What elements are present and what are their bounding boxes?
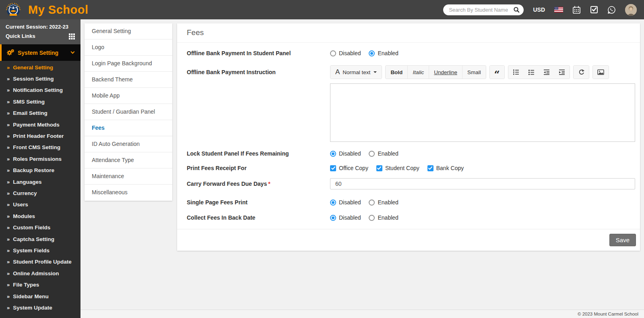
double-chevron-icon: » xyxy=(7,236,10,242)
unordered-list-icon[interactable] xyxy=(524,66,539,79)
sidebar-item-online-admission[interactable]: »Online Admission xyxy=(0,268,80,279)
settings-tab-maintenance[interactable]: Maintenance xyxy=(85,168,172,185)
double-chevron-icon: » xyxy=(7,110,10,116)
sidebar-menu: »General Setting »Session Setting »Notif… xyxy=(0,61,80,314)
caret-down-icon xyxy=(374,71,377,73)
radio-single-page-disabled[interactable]: Disabled xyxy=(330,199,361,206)
field-label-offline-bank-payment: Offline Bank Payment In Student Panel xyxy=(187,50,330,56)
radio-single-page-enabled[interactable]: Enabled xyxy=(369,199,398,206)
save-button[interactable]: Save xyxy=(609,234,636,246)
settings-tab-general-setting[interactable]: General Setting xyxy=(85,23,172,39)
radio-collect-back-date-enabled[interactable]: Enabled xyxy=(369,214,398,221)
sidebar-item-print-header-footer[interactable]: »Print Header Footer xyxy=(0,130,80,141)
sidebar-item-file-types[interactable]: »File Types xyxy=(0,279,80,290)
sidebar-item-currency[interactable]: »Currency xyxy=(0,187,80,199)
sidebar-item-sidebar-menu[interactable]: »Sidebar Menu xyxy=(0,291,80,302)
radio-offline-bank-payment-enabled[interactable]: Enabled xyxy=(369,50,398,56)
checkbox-checked-icon[interactable] xyxy=(330,165,336,171)
sidebar-item-backup-restore[interactable]: »Backup Restore xyxy=(0,165,80,176)
settings-nav: General Setting Logo Login Page Backgrou… xyxy=(85,23,172,201)
double-chevron-icon: » xyxy=(7,190,10,196)
sidebar-item-student-profile-update[interactable]: »Student Profile Update xyxy=(0,256,80,268)
editor-italic-button[interactable]: Italic xyxy=(407,66,429,79)
checkbox-bank-copy[interactable]: Bank Copy xyxy=(427,165,464,171)
radio-group-offline-bank-payment: Disabled Enabled xyxy=(330,50,635,56)
app-title: My School xyxy=(28,3,89,17)
sidebar-item-system-fields[interactable]: »System Fields xyxy=(0,245,80,256)
quick-links-label: Quick Links xyxy=(6,32,35,40)
editor-underline-button[interactable]: Underline xyxy=(429,66,462,79)
sidebar-item-roles-permissions[interactable]: »Roles Permissions xyxy=(0,153,80,164)
radio-collect-back-date-disabled[interactable]: Disabled xyxy=(330,214,361,221)
settings-tab-login-page-background[interactable]: Login Page Background xyxy=(85,56,172,72)
sidebar-item-email-setting[interactable]: »Email Setting xyxy=(0,108,80,119)
radio-icon[interactable] xyxy=(369,200,375,206)
calendar-icon[interactable] xyxy=(572,6,581,14)
task-check-icon[interactable] xyxy=(590,6,598,14)
sidebar-item-modules[interactable]: »Modules xyxy=(0,210,80,222)
checkbox-student-copy[interactable]: Student Copy xyxy=(376,165,419,171)
radio-icon[interactable] xyxy=(330,215,336,221)
sidebar-item-users[interactable]: »Users xyxy=(0,199,80,210)
settings-tab-student-guardian-panel[interactable]: Student / Guardian Panel xyxy=(85,104,172,120)
sidebar-item-system-update[interactable]: »System Update xyxy=(0,302,80,313)
settings-tab-attendance-type[interactable]: Attendance Type xyxy=(85,152,172,168)
checkbox-office-copy[interactable]: Office Copy xyxy=(330,165,368,171)
sidebar-item-custom-fields[interactable]: »Custom Fields xyxy=(0,222,80,233)
fees-settings-card: Fees Offline Bank Payment In Student Pan… xyxy=(177,23,640,251)
radio-lock-student-panel-disabled[interactable]: Disabled xyxy=(330,150,361,157)
radio-icon[interactable] xyxy=(369,151,375,157)
ordered-list-icon[interactable] xyxy=(508,66,524,79)
sidebar-item-payment-methods[interactable]: »Payment Methods xyxy=(0,119,80,130)
settings-tab-fees[interactable]: Fees xyxy=(85,120,172,136)
sidebar-item-notification-setting[interactable]: »Notification Setting xyxy=(0,85,80,96)
required-asterisk: * xyxy=(268,181,270,187)
radio-icon[interactable] xyxy=(330,200,336,206)
editor-bold-button[interactable]: Bold xyxy=(386,66,407,79)
settings-tab-logo[interactable]: Logo xyxy=(85,39,172,56)
sidebar-item-general-setting[interactable]: »General Setting xyxy=(0,62,80,73)
radio-icon[interactable] xyxy=(330,50,336,56)
blockquote-icon[interactable]: “ xyxy=(490,66,504,79)
sidebar-item-captcha-setting[interactable]: »Captcha Setting xyxy=(0,233,80,245)
sidebar-item-front-cms-setting[interactable]: »Front CMS Setting xyxy=(0,142,80,153)
gears-icon xyxy=(6,49,14,56)
radio-lock-student-panel-enabled[interactable]: Enabled xyxy=(369,150,398,157)
double-chevron-icon: » xyxy=(7,270,10,276)
field-label-lock-student-panel: Lock Student Panel If Fees Remaining xyxy=(187,150,330,157)
carry-forward-days-input[interactable] xyxy=(330,178,635,189)
user-avatar[interactable] xyxy=(625,4,637,16)
outdent-icon[interactable] xyxy=(539,66,554,79)
currency-selector[interactable]: USD xyxy=(533,6,545,13)
radio-offline-bank-payment-disabled[interactable]: Disabled xyxy=(330,50,361,56)
settings-tab-mobile-app[interactable]: Mobile App xyxy=(85,88,172,104)
settings-tab-id-auto-generation[interactable]: ID Auto Generation xyxy=(85,136,172,152)
indent-icon[interactable] xyxy=(554,66,570,79)
checkbox-checked-icon[interactable] xyxy=(427,165,433,171)
radio-icon[interactable] xyxy=(330,151,336,157)
redo-icon[interactable] xyxy=(574,66,589,79)
double-chevron-icon: » xyxy=(7,64,10,71)
search-icon[interactable] xyxy=(513,6,520,13)
sidebar-item-session-setting[interactable]: »Session Setting xyxy=(0,73,80,84)
sidebar-item-sms-setting[interactable]: »SMS Setting xyxy=(0,96,80,107)
language-flag-icon[interactable] xyxy=(554,7,563,12)
field-label-collect-fees-back-date: Collect Fees In Back Date xyxy=(187,214,330,221)
offline-instruction-textarea[interactable] xyxy=(330,83,635,142)
settings-tab-miscellaneous[interactable]: Miscellaneous xyxy=(85,185,172,201)
settings-tab-backend-theme[interactable]: Backend Theme xyxy=(85,72,172,88)
quick-links-grid-icon[interactable] xyxy=(69,33,75,39)
search-input[interactable] xyxy=(449,7,513,13)
whatsapp-icon[interactable] xyxy=(607,6,616,14)
editor-style-dropdown[interactable]: A Normal text xyxy=(330,66,382,79)
radio-icon[interactable] xyxy=(369,215,375,221)
sidebar-section-system-setting[interactable]: System Setting xyxy=(0,44,80,61)
double-chevron-icon: » xyxy=(7,282,10,288)
double-chevron-icon: » xyxy=(7,76,10,82)
radio-icon[interactable] xyxy=(369,50,375,56)
editor-small-button[interactable]: Small xyxy=(462,66,486,79)
sidebar-item-languages[interactable]: »Languages xyxy=(0,176,80,187)
image-icon[interactable] xyxy=(593,66,609,79)
checkbox-checked-icon[interactable] xyxy=(376,165,382,171)
field-label-print-fees-receipt: Print Fees Receipt For xyxy=(187,165,330,171)
